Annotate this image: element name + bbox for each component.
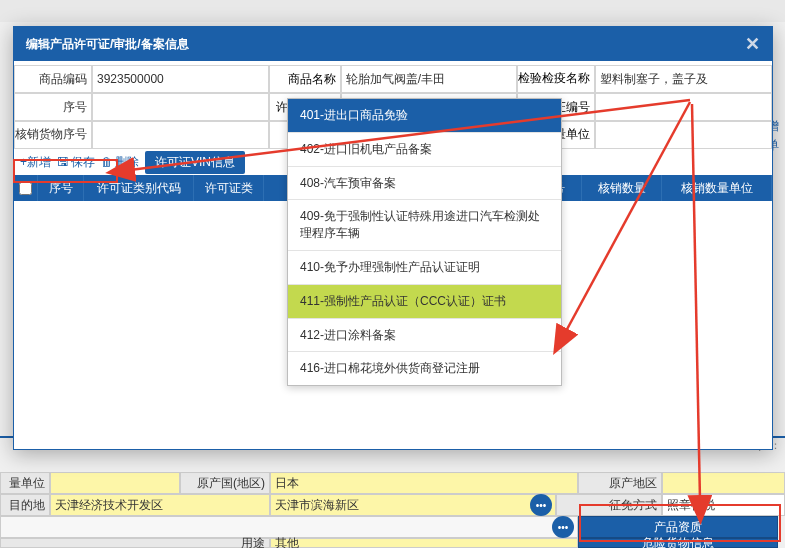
input-seq[interactable] [92,93,269,121]
col-verify-qty: 核销数量 [582,175,662,201]
license-type-dropdown[interactable]: 401-进出口商品免验 402-进口旧机电产品备案 408-汽车预审备案 409… [287,98,562,386]
bg-unit-label: 量单位 [0,472,50,494]
input-verify-unit[interactable] [595,121,772,149]
label-product-code: 商品编码 [14,65,92,93]
value-product-code: 3923500000 [92,65,269,93]
bg-origin-region-val[interactable] [662,472,785,494]
bg-dest-val2[interactable]: 天津市滨海新区 ••• [270,494,556,516]
bg-unit-val[interactable] [50,472,180,494]
dd-option-401[interactable]: 401-进出口商品免验 [288,99,561,133]
select-all-checkbox[interactable] [19,182,32,195]
bg-dest-label: 目的地 [0,494,50,516]
close-icon[interactable]: ✕ [745,33,760,55]
label-product-name: 商品名称 [269,65,341,93]
danger-goods-button[interactable]: 危险货物信息 [578,538,778,548]
dd-option-410[interactable]: 410-免予办理强制性产品认证证明 [288,251,561,285]
bg-use-val[interactable]: 其他 [270,538,578,548]
label-quarantine-name: 检验检疫名称 [517,65,595,93]
dd-option-408[interactable]: 408-汽车预审备案 [288,167,561,201]
delete-button[interactable]: 🗑删除 [101,154,139,171]
col-seq: 序号 [38,175,84,201]
bg-origin-region-label: 原产地区 [578,472,662,494]
modal-title: 编辑产品许可证/审批/备案信息 [26,36,189,53]
more-dots-icon-2[interactable]: ••• [552,516,574,538]
more-dots-icon[interactable]: ••• [530,494,552,516]
bg-origin-country-val[interactable]: 日本 [270,472,578,494]
bg-origin-country-label: 原产国(地区) [180,472,270,494]
trash-icon: 🗑 [101,155,113,169]
label-seq: 序号 [14,93,92,121]
bg-dest-val1[interactable]: 天津经济技术开发区 [50,494,270,516]
value-quarantine-name: 塑料制塞子，盖子及 [595,65,772,93]
save-icon: 🖫 [57,155,69,169]
dd-option-416[interactable]: 416-进口棉花境外供货商登记注册 [288,352,561,385]
dd-option-409[interactable]: 409-免于强制性认证特殊用途进口汽车检测处理程序车辆 [288,200,561,251]
dd-option-411[interactable]: 411-强制性产品认证（CCC认证）证书 [288,285,561,319]
label-verify-seq: 核销货物序号 [14,121,92,149]
input-verify-seq[interactable] [92,121,269,149]
value-product-name: 轮胎加气阀盖/丰田 [341,65,518,93]
col-verify-unit: 核销数量单位 [662,175,772,201]
input-license-no[interactable] [595,93,772,121]
bg-tax-label: 征免方式 [556,494,662,516]
dd-option-402[interactable]: 402-进口旧机电产品备案 [288,133,561,167]
save-button[interactable]: 🖫保存 [57,154,95,171]
vin-tab[interactable]: 许可证VIN信息 [145,151,245,174]
dd-option-412[interactable]: 412-进口涂料备案 [288,319,561,353]
col-license-type-code: 许可证类别代码 [84,175,194,201]
bg-tax-val[interactable]: 照章征税 [662,494,785,516]
bg-use-label: 用途 [0,538,270,548]
col-license-type: 许可证类 [194,175,264,201]
add-button[interactable]: +新增 [20,154,51,171]
